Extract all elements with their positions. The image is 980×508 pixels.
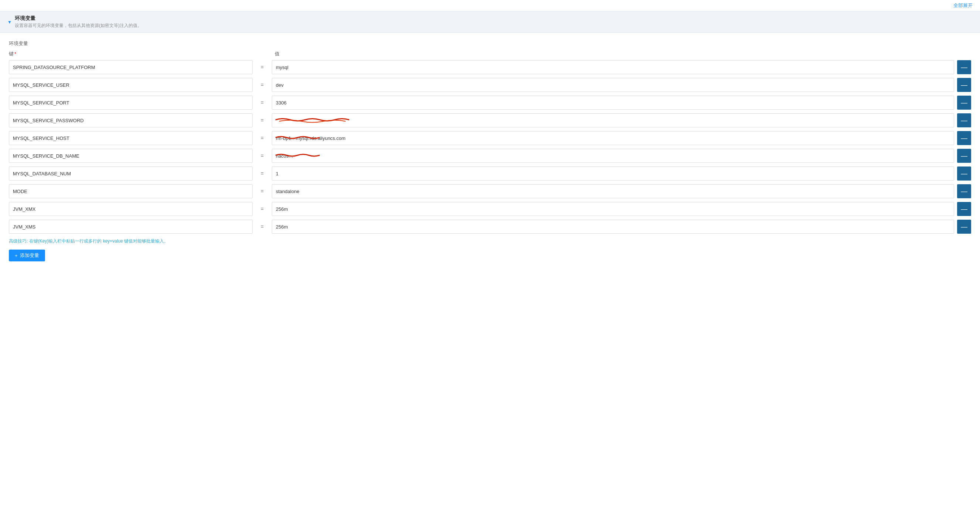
tip-text: 高级技巧: 在键(Key)输入栏中粘贴一行或多行的 key=value 键值对能… [9, 238, 971, 244]
val-field-wrapper [272, 167, 954, 181]
key-field-wrapper: 数据库数量 [9, 167, 253, 181]
val-field-wrapper [272, 113, 954, 127]
val-field-wrapper [272, 131, 954, 145]
add-btn-label: 添加变量 [20, 252, 39, 259]
val-input[interactable] [272, 131, 954, 145]
delete-row-button[interactable]: — [957, 184, 971, 198]
table-row: 数据库数量=— [9, 167, 971, 181]
key-input[interactable] [9, 184, 253, 198]
key-field-wrapper [9, 202, 253, 216]
section-header: ▼ 环境变量 设置容器可见的环境变量，包括从其他资源(如密文等)注入的值。 [0, 11, 980, 33]
key-field-wrapper: 数据库端口 [9, 95, 253, 110]
key-field-wrapper: 数据库类型 [9, 60, 253, 74]
key-input[interactable] [9, 202, 253, 216]
val-input[interactable] [272, 202, 954, 216]
key-input[interactable] [9, 131, 253, 145]
delete-row-button[interactable]: — [957, 167, 971, 181]
val-field-wrapper [272, 202, 954, 216]
equals-sign: = [257, 206, 267, 212]
key-field-wrapper: jvm 参数 [9, 220, 253, 234]
delete-row-button[interactable]: — [957, 131, 971, 145]
delete-row-button[interactable]: — [957, 78, 971, 92]
delete-row-button[interactable]: — [957, 95, 971, 110]
key-field-wrapper: 数据库密码 [9, 113, 253, 127]
table-row: 数据库连接地址=— [9, 131, 971, 145]
table-row: 模式=— [9, 184, 971, 198]
table-row: 数据库类型=— [9, 60, 971, 74]
equals-sign: = [257, 153, 267, 159]
delete-row-button[interactable]: — [957, 202, 971, 216]
val-field-wrapper [272, 95, 954, 110]
delete-row-button[interactable]: — [957, 60, 971, 74]
key-input[interactable] [9, 78, 253, 92]
key-field-wrapper: 数据库连接地址 [9, 131, 253, 145]
env-label: 环境变量 [9, 40, 971, 47]
table-row: 数据库密码=— [9, 113, 971, 127]
equals-sign: = [257, 82, 267, 88]
val-field-wrapper [272, 149, 954, 163]
section-body: 环境变量 键* 值 数据库类型=—数据库用户=—数据库端口=—数据库密码=—数据… [0, 33, 980, 269]
val-input[interactable] [272, 113, 954, 127]
val-input[interactable] [272, 95, 954, 110]
table-row: =— [9, 202, 971, 216]
equals-sign: = [257, 224, 267, 230]
val-col-label: 值 [260, 51, 971, 57]
equals-sign: = [257, 64, 267, 70]
table-row: nacos 配置数据库=— [9, 149, 971, 163]
val-input[interactable] [272, 149, 954, 163]
expand-all-link[interactable]: 全部展开 [953, 3, 973, 8]
add-variable-button[interactable]: + 添加变量 [9, 249, 45, 261]
equals-sign: = [257, 171, 267, 176]
section-header-text: 环境变量 设置容器可见的环境变量，包括从其他资源(如密文等)注入的值。 [15, 15, 142, 29]
delete-row-button[interactable]: — [957, 113, 971, 127]
toggle-icon[interactable]: ▼ [7, 19, 12, 25]
key-field-wrapper: nacos 配置数据库 [9, 149, 253, 163]
table-row: 数据库用户=— [9, 78, 971, 92]
key-field-wrapper: 数据库用户 [9, 78, 253, 92]
key-input[interactable] [9, 60, 253, 74]
val-field-wrapper [272, 184, 954, 198]
equals-sign: = [257, 188, 267, 194]
key-input[interactable] [9, 167, 253, 181]
table-row: jvm 参数=— [9, 220, 971, 234]
env-rows-container: 数据库类型=—数据库用户=—数据库端口=—数据库密码=—数据库连接地址=—nac… [9, 60, 971, 234]
delete-row-button[interactable]: — [957, 220, 971, 234]
val-field-wrapper [272, 78, 954, 92]
section-title: 环境变量 [15, 15, 142, 22]
val-input[interactable] [272, 60, 954, 74]
key-col-label: 键* [9, 51, 260, 57]
val-input[interactable] [272, 220, 954, 234]
top-link-container: 全部展开 [0, 0, 980, 11]
val-field-wrapper [272, 220, 954, 234]
equals-sign: = [257, 100, 267, 106]
delete-row-button[interactable]: — [957, 149, 971, 163]
val-input[interactable] [272, 167, 954, 181]
key-input[interactable] [9, 113, 253, 127]
equals-sign: = [257, 117, 267, 123]
add-icon: + [15, 253, 18, 259]
val-field-wrapper [272, 60, 954, 74]
key-input[interactable] [9, 95, 253, 110]
equals-sign: = [257, 135, 267, 141]
val-input[interactable] [272, 184, 954, 198]
key-input[interactable] [9, 220, 253, 234]
section-subtitle: 设置容器可见的环境变量，包括从其他资源(如密文等)注入的值。 [15, 22, 142, 29]
col-headers: 键* 值 [9, 51, 971, 57]
val-input[interactable] [272, 78, 954, 92]
table-row: 数据库端口=— [9, 95, 971, 110]
key-field-wrapper: 模式 [9, 184, 253, 198]
key-input[interactable] [9, 149, 253, 163]
